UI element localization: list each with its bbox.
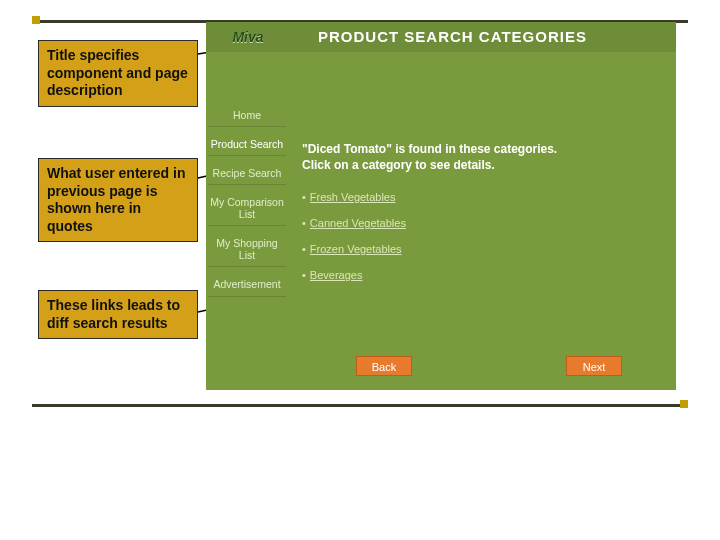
category-link-frozen-vegetables[interactable]: Frozen Vegetables <box>310 243 402 255</box>
page-title: PRODUCT SEARCH CATEGORIES <box>318 28 587 45</box>
nav-recipe-search[interactable]: Recipe Search <box>208 162 286 185</box>
logo-text: Miva <box>232 29 263 45</box>
app-logo: Miva <box>212 22 284 52</box>
app-window: Miva PRODUCT SEARCH CATEGORIES Home Prod… <box>206 22 676 390</box>
nav-shopping-list[interactable]: My Shopping List <box>208 232 286 267</box>
sidebar: Home Product Search Recipe Search My Com… <box>208 104 286 297</box>
nav-advertisement[interactable]: Advertisement <box>208 273 286 296</box>
category-link-canned-vegetables[interactable]: Canned Vegetables <box>310 217 406 229</box>
callout-links: These links leads to diff search results <box>38 290 198 339</box>
slide-bottom-rule <box>32 404 688 407</box>
nav-home[interactable]: Home <box>208 104 286 127</box>
slide: Title specifies component and page descr… <box>0 0 720 540</box>
category-link-beverages[interactable]: Beverages <box>310 269 363 281</box>
content-area: "Diced Tomato" is found in these categor… <box>302 142 656 281</box>
bullet-icon: • <box>302 243 306 255</box>
callout-title: Title specifies component and page descr… <box>38 40 198 107</box>
corner-square <box>680 400 688 408</box>
back-button[interactable]: Back <box>356 356 412 376</box>
bullet-icon: • <box>302 269 306 281</box>
app-header: Miva PRODUCT SEARCH CATEGORIES <box>206 22 676 52</box>
nav-product-search[interactable]: Product Search <box>208 133 286 156</box>
category-item: •Beverages <box>302 269 656 281</box>
found-prefix: "Diced Tomato" is found in these categor… <box>302 142 557 156</box>
category-item: •Frozen Vegetables <box>302 243 656 255</box>
category-item: •Fresh Vegetables <box>302 191 656 203</box>
bullet-icon: • <box>302 217 306 229</box>
category-item: •Canned Vegetables <box>302 217 656 229</box>
corner-square <box>32 16 40 24</box>
found-message: "Diced Tomato" is found in these categor… <box>302 142 656 173</box>
category-link-fresh-vegetables[interactable]: Fresh Vegetables <box>310 191 396 203</box>
next-button[interactable]: Next <box>566 356 622 376</box>
nav-comparison-list[interactable]: My Comparison List <box>208 191 286 226</box>
bullet-icon: • <box>302 191 306 203</box>
callout-quotes: What user entered in previous page is sh… <box>38 158 198 242</box>
found-suffix: Click on a category to see details. <box>302 158 495 172</box>
category-list: •Fresh Vegetables •Canned Vegetables •Fr… <box>302 191 656 281</box>
button-row: Back Next <box>206 356 676 380</box>
